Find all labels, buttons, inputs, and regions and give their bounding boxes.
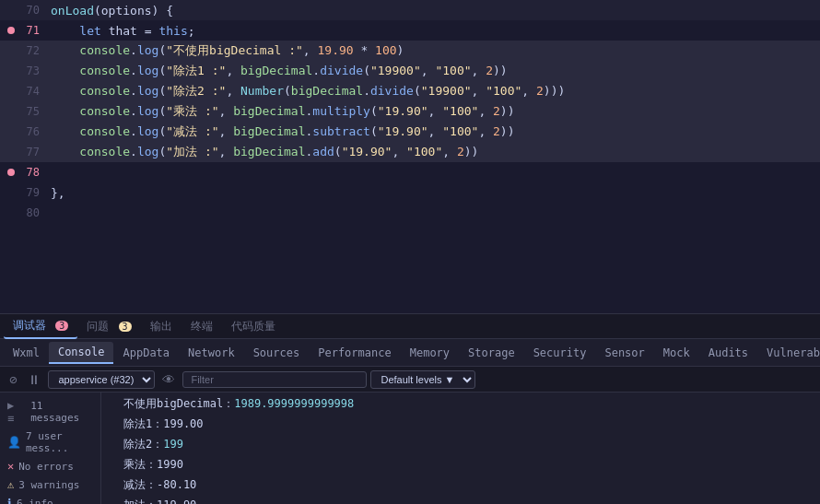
line-number-74: 74 (18, 85, 51, 98)
console-output: 不使用bigDecimal：1989.9999999999998 除法1：199… (101, 393, 820, 504)
eye-icon[interactable]: 👁 (158, 370, 179, 389)
tab-storage-label: Storage (468, 346, 515, 359)
warn-icon: ⚠ (7, 478, 14, 491)
code-line-80: 80 (0, 203, 820, 223)
log-text-4: 乘法：1990 (123, 457, 813, 473)
line-number-78: 78 (18, 166, 51, 179)
tab-debugger-label: 调试器 (13, 319, 46, 332)
code-content-73: console.log("除法1 :", bigDecimal.divide("… (51, 63, 813, 79)
line-number-80: 80 (18, 206, 51, 219)
console-line-1: 不使用bigDecimal：1989.9999999999998 (101, 394, 820, 415)
tab-memory-label: Memory (410, 346, 450, 359)
tab-output[interactable]: 输出 (141, 315, 182, 338)
code-line-71: 71 let that = this; (0, 20, 820, 41)
tab-security[interactable]: Security (524, 343, 596, 363)
code-content-74: console.log("除法2 :", Number(bigDecimal.d… (51, 83, 813, 100)
line-number-77: 77 (18, 146, 51, 158)
code-content-71: let that = this; (51, 24, 813, 38)
tab-console-label: Console (58, 346, 105, 358)
tab-performance[interactable]: Performance (309, 343, 400, 363)
log-text-2: 除法1：199.00 (123, 416, 813, 432)
console-line-6: 加法：119.90 (101, 496, 820, 504)
code-line-74: 74 console.log("除法2 :", Number(bigDecima… (0, 81, 820, 101)
code-content-75: console.log("乘法 :", bigDecimal.multiply(… (51, 103, 813, 120)
console-line-2: 除法1：199.00 (101, 415, 820, 435)
tab-output-label: 输出 (150, 320, 172, 333)
tab-sensor[interactable]: Sensor (595, 343, 653, 363)
code-content-72: console.log("不使用bigDecimal :", 19.90 * 1… (51, 42, 813, 59)
code-line-76: 76 console.log("减法 :", bigDecimal.subtra… (0, 122, 820, 142)
error-icon: ✕ (7, 460, 14, 473)
tab-code-quality[interactable]: 代码质量 (222, 315, 285, 338)
line-number-70: 70 (18, 4, 51, 17)
code-line-79: 79 }, (0, 182, 820, 203)
tab-issues[interactable]: 问题 3 (77, 315, 140, 338)
tab-mock[interactable]: Mock (654, 343, 699, 363)
log-text-1: 不使用bigDecimal：1989.9999999999998 (123, 396, 813, 412)
sidebar-info[interactable]: ℹ 6 info (0, 494, 100, 504)
tab-appdata-label: AppData (123, 346, 170, 359)
tab-storage[interactable]: Storage (459, 343, 524, 363)
console-toolbar: ⊘ ⏸ appservice (#32) 👁 Default levels ▼ (0, 367, 820, 393)
line-number-76: 76 (18, 125, 51, 138)
console-panel: ▶ ≡ 11 messages 👤 7 user mess... ✕ No er… (0, 393, 820, 504)
console-line-3: 除法2：199 (101, 435, 820, 455)
code-line-70: 70 onLoad(options) { (0, 0, 820, 20)
code-content-79: }, (51, 186, 813, 200)
console-line-5: 减法：-80.10 (101, 475, 820, 496)
all-messages-label: 11 messages (30, 400, 93, 424)
line-number-73: 73 (18, 64, 51, 77)
tab-sources[interactable]: Sources (244, 343, 310, 363)
code-content-70: onLoad(options) { (51, 4, 813, 18)
tab-vulnerab-label: Vulnerab... (767, 346, 820, 359)
debugger-badge: 3 (55, 321, 68, 331)
tab-sensor-label: Sensor (604, 346, 644, 359)
tab-audits[interactable]: Audits (699, 343, 757, 363)
console-sidebar: ▶ ≡ 11 messages 👤 7 user mess... ✕ No er… (0, 393, 101, 504)
tab-network[interactable]: Network (179, 343, 244, 363)
service-selector[interactable]: appservice (#32) (48, 370, 155, 389)
tab-debugger[interactable]: 调试器 3 (4, 314, 77, 339)
tab-mock-label: Mock (663, 346, 690, 359)
tab-network-label: Network (188, 346, 235, 359)
line-number-79: 79 (18, 186, 51, 199)
tab-terminal-label: 终端 (191, 320, 213, 333)
tab-terminal[interactable]: 终端 (182, 315, 222, 338)
tab-audits-label: Audits (709, 346, 748, 359)
tab-sources-label: Sources (253, 346, 300, 359)
line-number-72: 72 (18, 44, 51, 57)
code-content-76: console.log("减法 :", bigDecimal.subtract(… (51, 123, 813, 140)
tab-security-label: Security (533, 346, 587, 359)
log-level-select[interactable]: Default levels ▼ (370, 370, 475, 389)
tab-vulnerab[interactable]: Vulnerab... (757, 343, 820, 363)
filter-input[interactable] (182, 371, 367, 388)
breakpoint-dot-78 (7, 169, 15, 176)
sidebar-errors[interactable]: ✕ No errors (0, 457, 100, 475)
tab-appdata[interactable]: AppData (113, 343, 179, 363)
tab-code-quality-label: 代码质量 (231, 320, 275, 333)
breakpoint-dot-71 (7, 27, 15, 34)
tab-wxml-label: Wxml (13, 346, 40, 359)
code-line-73: 73 console.log("除法1 :", bigDecimal.divid… (0, 61, 820, 81)
pause-icon[interactable]: ⏸ (24, 370, 44, 389)
code-line-75: 75 console.log("乘法 :", bigDecimal.multip… (0, 101, 820, 122)
code-line-72: 72 console.log("不使用bigDecimal :", 19.90 … (0, 41, 820, 61)
sidebar-all-messages[interactable]: ▶ ≡ 11 messages (0, 396, 100, 428)
tab-console[interactable]: Console (49, 342, 114, 364)
tab-issues-label: 问题 (87, 320, 109, 333)
code-content-77: console.log("加法 :", bigDecimal.add("19.9… (51, 144, 813, 160)
tab-wxml[interactable]: Wxml (4, 343, 49, 363)
code-editor: 70 onLoad(options) { 71 let that = this;… (0, 0, 820, 313)
warnings-label: 3 warnings (18, 479, 79, 491)
code-line-77: 77 console.log("加法 :", bigDecimal.add("1… (0, 142, 820, 162)
line-number-71: 71 (18, 24, 51, 37)
log-text-3: 除法2：199 (123, 437, 813, 452)
devtools-tab-bar: 调试器 3 问题 3 输出 终端 代码质量 (0, 313, 820, 339)
tab-performance-label: Performance (318, 346, 391, 359)
sidebar-user-messages[interactable]: 👤 7 user mess... (0, 428, 100, 457)
clear-icon[interactable]: ⊘ (6, 370, 20, 389)
tab-memory[interactable]: Memory (401, 343, 459, 363)
sidebar-warnings[interactable]: ⚠ 3 warnings (0, 475, 100, 494)
no-errors-label: No errors (18, 461, 74, 473)
expand-icon: ▶ ≡ (7, 399, 26, 425)
